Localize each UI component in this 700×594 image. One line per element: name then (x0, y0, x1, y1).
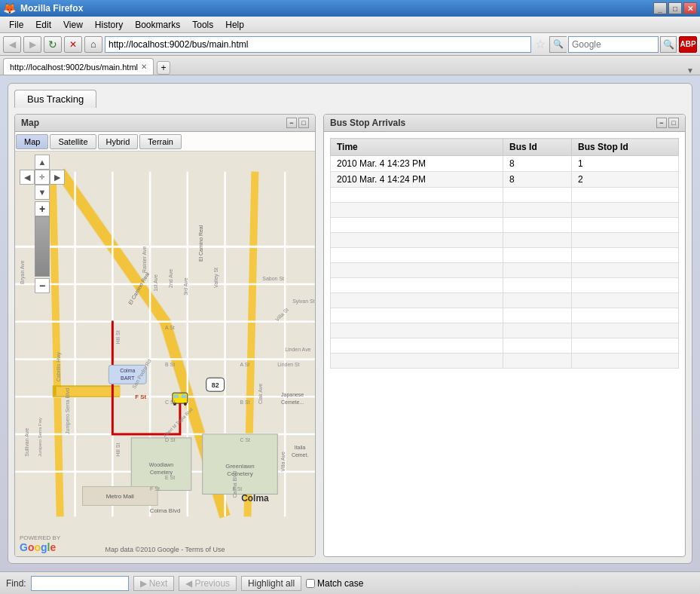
bookmark-star[interactable]: ☆ (535, 37, 546, 51)
map-zoom-in[interactable]: + (35, 201, 50, 216)
svg-text:1st Ave: 1st Ave (153, 274, 158, 292)
arrivals-minimize-button[interactable]: − (656, 118, 667, 128)
prev-icon: ◀ (185, 578, 192, 589)
map-nav-down[interactable]: ▼ (35, 185, 50, 200)
svg-text:Sullivan Ave: Sullivan Ave (24, 428, 29, 457)
previous-button[interactable]: ◀ Previous (179, 576, 237, 591)
match-case-checkbox[interactable] (306, 579, 315, 588)
search-input[interactable] (568, 36, 659, 53)
map-zoom-out[interactable]: − (35, 278, 50, 293)
svg-text:Woodlawn: Woodlawn (149, 462, 173, 467)
app-panel: Bus Tracking Map − □ Map (8, 83, 692, 564)
menu-edit[interactable]: Edit (29, 18, 57, 32)
svg-text:Villa Ave: Villa Ave (280, 452, 286, 472)
stop-button[interactable]: ✕ (64, 36, 82, 53)
map-nav-up[interactable]: ▲ (35, 155, 50, 170)
table-row-empty (331, 323, 679, 338)
map-panel-controls: − □ (286, 118, 309, 128)
find-input[interactable] (31, 576, 129, 591)
match-case-label[interactable]: Match case (306, 578, 363, 589)
col-time: Time (331, 139, 503, 156)
back-button[interactable]: ◀ (3, 36, 21, 53)
next-label: Next (149, 578, 168, 589)
next-button[interactable]: ▶ Next (133, 576, 175, 591)
address-bar[interactable]: http://localhost:9002/bus/main.html (105, 36, 531, 53)
cell-busid-2: 8 (503, 172, 572, 188)
svg-text:Hill St: Hill St (115, 443, 121, 457)
svg-text:C St: C St (165, 400, 176, 405)
search-button[interactable]: 🔍 (660, 36, 677, 53)
table-row-empty (331, 188, 679, 203)
find-bar: Find: ▶ Next ◀ Previous Highlight all Ma… (0, 571, 700, 594)
map-view-map[interactable]: Map (16, 134, 48, 149)
tab-bus-tracking[interactable]: Bus Tracking (14, 90, 96, 108)
svg-text:Clak Ave: Clak Ave (258, 384, 263, 404)
map-minimize-button[interactable]: − (286, 118, 297, 128)
map-nav-row: ◀ ✛ ▶ (20, 170, 65, 185)
svg-text:Metro Mall: Metro Mall (106, 493, 134, 500)
content-area: Bus Tracking Map − □ Map (0, 75, 700, 571)
map-nav-center[interactable]: ✛ (35, 170, 50, 185)
svg-text:F St: F St (135, 393, 146, 400)
forward-button[interactable]: ▶ (23, 36, 41, 53)
find-label: Find: (6, 578, 26, 589)
svg-point-22 (184, 403, 187, 406)
map-nav-left[interactable]: ◀ (20, 170, 35, 185)
tab-scroll[interactable]: ▼ (686, 66, 697, 75)
arrivals-panel-header: Bus Stop Arrivals − □ (324, 115, 685, 132)
col-stop-id: Bus Stop Id (572, 139, 679, 156)
svg-text:B St: B St (165, 362, 175, 367)
title-bar: 🦊 Mozilla Firefox _ □ ✕ (0, 0, 700, 17)
map-view-satellite[interactable]: Satellite (50, 134, 96, 149)
menu-view[interactable]: View (57, 18, 89, 32)
table-row-empty (331, 233, 679, 248)
cell-busid-1: 8 (503, 156, 572, 172)
cell-stopid-2: 2 (572, 172, 679, 188)
arrivals-panel-title: Bus Stop Arrivals (330, 118, 405, 128)
tab-close-icon[interactable]: ✕ (141, 63, 147, 71)
map-nav-controls: ▲ ◀ ✛ ▶ ▼ + − (20, 155, 65, 293)
map-panel-content: Map Satellite Hybrid Terrain (15, 132, 315, 556)
menu-bar: File Edit View History Bookmarks Tools H… (0, 17, 700, 33)
google-logo: Google (20, 541, 60, 553)
close-button[interactable]: ✕ (683, 2, 697, 14)
map-container[interactable]: Map Satellite Hybrid Terrain (15, 132, 315, 556)
map-maximize-button[interactable]: □ (298, 118, 309, 128)
menu-tools[interactable]: Tools (186, 18, 219, 32)
svg-text:Calma Blvd: Calma Blvd (232, 471, 237, 498)
svg-text:F St: F St (150, 486, 160, 491)
table-row-empty (331, 203, 679, 218)
menu-file[interactable]: File (3, 18, 29, 32)
highlight-all-button[interactable]: Highlight all (241, 576, 301, 591)
next-icon: ▶ (140, 578, 147, 589)
arrivals-maximize-button[interactable]: □ (668, 118, 679, 128)
map-nav-right[interactable]: ▶ (50, 170, 65, 185)
maximize-button[interactable]: □ (668, 2, 682, 14)
menu-help[interactable]: Help (219, 18, 250, 32)
col-bus-id: Bus Id (503, 139, 572, 156)
cell-stopid-1: 1 (572, 156, 679, 172)
home-button[interactable]: ⌂ (84, 36, 102, 53)
svg-text:Colma Blvd: Colma Blvd (150, 507, 181, 514)
map-view-terrain[interactable]: Terrain (139, 134, 182, 149)
minimize-button[interactable]: _ (653, 2, 667, 14)
svg-rect-20 (182, 394, 186, 398)
map-toolbar: Map Satellite Hybrid Terrain (15, 132, 315, 152)
svg-text:82: 82 (212, 381, 219, 389)
menu-bookmarks[interactable]: Bookmarks (129, 18, 186, 32)
menu-history[interactable]: History (89, 18, 129, 32)
adblock-button[interactable]: ABP (679, 36, 697, 53)
map-zoom-slider[interactable] (35, 216, 50, 277)
refresh-button[interactable]: ↻ (44, 36, 62, 53)
svg-text:C St: C St (240, 437, 251, 442)
table-row-empty (331, 278, 679, 293)
svg-text:A St: A St (165, 325, 175, 330)
browser-tab-main[interactable]: http://localhost:9002/bus/main.html ✕ (3, 58, 154, 75)
search-engine-icon: 🔍 (549, 36, 567, 53)
arrivals-table: Time Bus Id Bus Stop Id 2010 Mar. 4 14:2… (330, 138, 679, 369)
table-row-empty (331, 218, 679, 233)
map-data-label: Map data ©2010 Google - Terms of Use (105, 546, 225, 553)
new-tab-button[interactable]: + (157, 61, 170, 75)
svg-text:D St: D St (165, 437, 176, 442)
map-view-hybrid[interactable]: Hybrid (98, 134, 139, 149)
